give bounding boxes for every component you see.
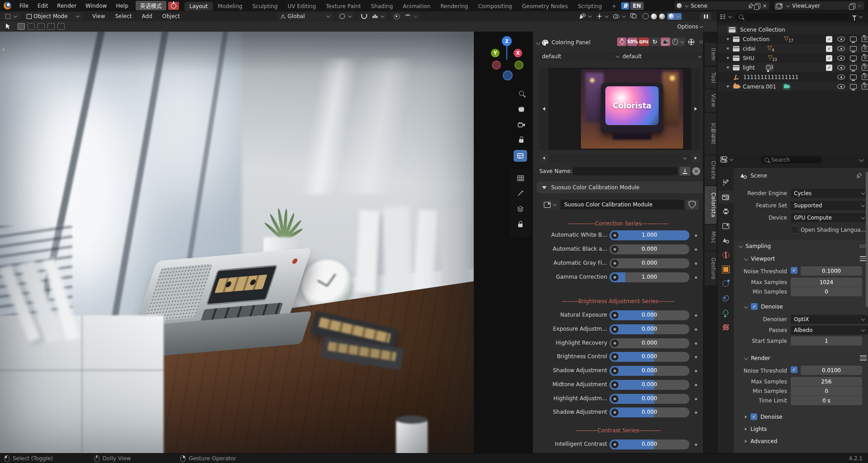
slider-midtone-adjustment[interactable]: 0.000 bbox=[609, 380, 689, 390]
tab-item[interactable]: Item bbox=[705, 43, 717, 65]
tab-constraints-properties[interactable] bbox=[717, 292, 734, 304]
render-subpanel-header[interactable]: Render bbox=[734, 352, 867, 364]
workspace-tab-texture-paint[interactable]: Texture Paint bbox=[321, 2, 366, 11]
slider-shadow-adjustment-2[interactable]: 0.000 bbox=[609, 407, 689, 417]
menu-render[interactable]: Render bbox=[52, 3, 81, 9]
viewport-denoise-header[interactable]: Denoise bbox=[734, 301, 867, 312]
workspace-tab-compositing[interactable]: Compositing bbox=[473, 2, 517, 11]
preset-dropdown-left[interactable]: default bbox=[539, 52, 623, 61]
tab-create[interactable]: Create bbox=[705, 155, 717, 185]
start-sample-field[interactable]: 1 bbox=[791, 337, 862, 346]
save-preset-button[interactable]: ↓ bbox=[679, 167, 690, 176]
expand-arrow[interactable] bbox=[726, 57, 729, 59]
slider-automatic-black[interactable]: 0.000 bbox=[609, 244, 689, 254]
outliner-row-light[interactable]: light 3 bbox=[717, 63, 868, 72]
monitor-icon[interactable] bbox=[850, 56, 857, 61]
menu-view[interactable]: View bbox=[87, 13, 110, 19]
slider-brightness-control[interactable]: 0.000 bbox=[609, 352, 689, 362]
addon-grid-button[interactable] bbox=[515, 173, 525, 183]
preview-next-button[interactable] bbox=[691, 68, 700, 150]
fake-user-button[interactable] bbox=[686, 200, 698, 210]
percent-button[interactable]: 50% bbox=[627, 37, 637, 46]
tab-wanwuyouling[interactable]: 万物有灵 bbox=[705, 113, 717, 154]
close-scene-icon[interactable]: × bbox=[762, 3, 767, 9]
animate-dot[interactable] bbox=[695, 412, 697, 414]
monitor-icon[interactable] bbox=[850, 37, 857, 42]
outliner-row-scene-collection[interactable]: Scene Collection bbox=[717, 25, 868, 34]
axis-y-positive[interactable]: Y bbox=[491, 49, 500, 57]
camera-visibility-icon[interactable] bbox=[862, 37, 868, 42]
tab-view[interactable]: View bbox=[705, 89, 717, 112]
render-engine-dropdown[interactable]: Cycles bbox=[791, 189, 868, 198]
outliner-row-cidai[interactable]: cidai ▽4 bbox=[717, 44, 868, 53]
tab-output-properties[interactable] bbox=[717, 205, 734, 218]
min-samples-field[interactable]: 0 bbox=[791, 287, 862, 296]
slider-automatic-gray[interactable]: 0.000 bbox=[609, 258, 689, 268]
solid-shading-icon[interactable] bbox=[651, 14, 657, 19]
slider-shadow-adjustment[interactable]: 0.000 bbox=[609, 366, 689, 376]
material-preview-icon[interactable] bbox=[659, 14, 665, 19]
expand-arrow[interactable] bbox=[726, 85, 729, 88]
eye-icon[interactable] bbox=[837, 65, 845, 70]
menu-edit[interactable]: Edit bbox=[33, 3, 52, 9]
tab-texture-properties[interactable] bbox=[717, 321, 734, 333]
keymap-icon[interactable]: B bbox=[621, 2, 629, 9]
camera-view-button[interactable] bbox=[516, 120, 527, 130]
monitor-icon[interactable] bbox=[850, 46, 857, 51]
pivot-point-button[interactable] bbox=[337, 12, 355, 20]
slider-intelligent-contrast[interactable]: 0.000 bbox=[609, 440, 689, 449]
workspace-tab-rendering[interactable]: Rendering bbox=[435, 2, 473, 11]
render-denoise-checkbox[interactable] bbox=[750, 413, 757, 420]
outliner-row-empty[interactable]: 1111111111111111 bbox=[717, 72, 868, 82]
refresh-button[interactable]: ↻ bbox=[650, 37, 660, 46]
language-mode-button[interactable]: 英语模式 bbox=[136, 1, 166, 10]
properties-options-chevron[interactable] bbox=[859, 158, 864, 162]
animate-dot[interactable] bbox=[695, 262, 697, 265]
rendered-shading-button[interactable] bbox=[667, 13, 682, 20]
eye-icon[interactable] bbox=[837, 75, 845, 80]
save-name-input[interactable] bbox=[573, 167, 678, 175]
camera-visibility-icon[interactable] bbox=[862, 56, 868, 61]
monitor-icon[interactable] bbox=[850, 84, 857, 89]
tab-render-properties[interactable] bbox=[717, 191, 734, 203]
layers-button[interactable] bbox=[660, 37, 670, 46]
animate-dot[interactable] bbox=[695, 314, 697, 317]
scene-selector[interactable]: Scene × bbox=[675, 1, 769, 10]
animate-dot[interactable] bbox=[695, 356, 697, 358]
workspace-tab-layout[interactable]: Layout bbox=[184, 2, 213, 11]
animate-dot[interactable] bbox=[695, 370, 697, 372]
select-mode-intersect-button[interactable] bbox=[57, 23, 65, 30]
axis-y-negative[interactable] bbox=[514, 61, 524, 70]
addon-wand-button[interactable] bbox=[515, 188, 525, 198]
outliner-search-input[interactable] bbox=[735, 13, 849, 20]
render-max-samples-field[interactable]: 256 bbox=[791, 377, 862, 386]
properties-search-input[interactable]: Search bbox=[761, 156, 821, 164]
gpu-button[interactable]: GPU bbox=[638, 37, 649, 46]
snap-toggle[interactable] bbox=[359, 12, 370, 20]
tab-tool[interactable]: Tool bbox=[705, 67, 717, 89]
eye-icon[interactable] bbox=[837, 84, 845, 89]
language-badge[interactable]: EN bbox=[630, 2, 644, 10]
render-noise-threshold-checkbox[interactable] bbox=[791, 366, 797, 373]
outliner-editor-type-button[interactable] bbox=[720, 14, 732, 19]
move-view-button[interactable] bbox=[516, 104, 526, 114]
animate-dot[interactable] bbox=[695, 328, 697, 331]
tab-viewlayer-properties[interactable] bbox=[717, 220, 734, 232]
expand-arrow[interactable] bbox=[726, 38, 729, 40]
workspace-tab-animation[interactable]: Animation bbox=[398, 2, 435, 11]
expand-arrow[interactable] bbox=[726, 47, 729, 50]
animate-dot[interactable] bbox=[695, 444, 697, 446]
snap-settings[interactable] bbox=[370, 12, 387, 20]
osl-checkbox[interactable] bbox=[791, 226, 798, 234]
animate-dot[interactable] bbox=[695, 384, 697, 386]
monitor-icon[interactable] bbox=[850, 75, 857, 80]
transform-orientation[interactable]: Global bbox=[278, 12, 333, 20]
proportional-editing-button[interactable] bbox=[391, 12, 402, 20]
menu-add[interactable]: Add bbox=[137, 13, 157, 19]
selectability-visibility-button[interactable] bbox=[579, 13, 592, 19]
exclude-checkbox[interactable] bbox=[826, 46, 832, 52]
animate-dot[interactable] bbox=[695, 398, 697, 400]
online-button[interactable] bbox=[686, 37, 697, 46]
render-noise-threshold-field[interactable]: 0.0100 bbox=[801, 366, 862, 375]
xray-toggle[interactable] bbox=[630, 13, 637, 20]
